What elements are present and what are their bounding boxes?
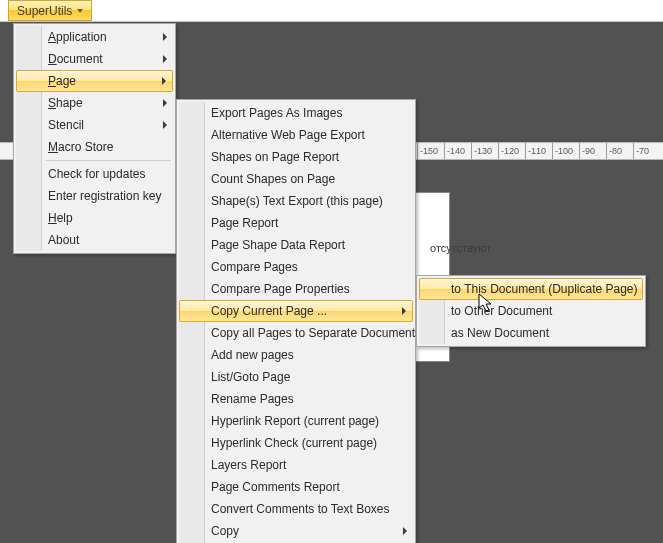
menu-item-macro-store[interactable]: Macro Store xyxy=(16,136,173,158)
chevron-down-icon xyxy=(77,9,83,13)
menu-item-label: Convert Comments to Text Boxes xyxy=(211,502,390,516)
menu-item-export-pages-as-images[interactable]: Export Pages As Images xyxy=(179,102,413,124)
menu-item-copy[interactable]: Copy xyxy=(179,520,413,542)
menu-item-list-goto-page[interactable]: List/Goto Page xyxy=(179,366,413,388)
page-submenu: Export Pages As ImagesAlternative Web Pa… xyxy=(176,99,416,543)
menu-item-label: Shape(s) Text Export (this page) xyxy=(211,194,383,208)
menu-item-count-shapes-on-page[interactable]: Count Shapes on Page xyxy=(179,168,413,190)
menu-separator xyxy=(46,160,171,161)
ruler-tick: -140 xyxy=(444,143,471,159)
menu-item-check-for-updates[interactable]: Check for updates xyxy=(16,163,173,185)
menu-item-hyperlink-report-current-page[interactable]: Hyperlink Report (current page) xyxy=(179,410,413,432)
menu-item-layers-report[interactable]: Layers Report xyxy=(179,454,413,476)
submenu-arrow-icon xyxy=(403,527,407,535)
menu-item-rename-pages[interactable]: Rename Pages xyxy=(179,388,413,410)
menu-item-label: About xyxy=(48,233,79,247)
menu-item-help[interactable]: Help xyxy=(16,207,173,229)
menu-item-copy-current-page[interactable]: Copy Current Page ... xyxy=(179,300,413,322)
menu-item-label: List/Goto Page xyxy=(211,370,290,384)
menu-item-label: Shapes on Page Report xyxy=(211,150,339,164)
menu-item-as-new-document[interactable]: as New Document xyxy=(419,322,643,344)
menu-item-alternative-web-page-export[interactable]: Alternative Web Page Export xyxy=(179,124,413,146)
menu-item-label: Check for updates xyxy=(48,167,145,181)
menu-item-page-report[interactable]: Page Report xyxy=(179,212,413,234)
submenu-arrow-icon xyxy=(162,77,166,85)
menu-item-label: Enter registration key xyxy=(48,189,161,203)
status-text: отсутствуют xyxy=(430,242,491,254)
menu-item-label: Copy all Pages to Separate Documents xyxy=(211,326,421,340)
submenu-arrow-icon xyxy=(163,33,167,41)
menu-item-label: Count Shapes on Page xyxy=(211,172,335,186)
menu-item-label: as New Document xyxy=(451,326,549,340)
menu-item-compare-page-properties[interactable]: Compare Page Properties xyxy=(179,278,413,300)
menu-item-label: Stencil xyxy=(48,118,84,132)
menu-item-label: Page Report xyxy=(211,216,278,230)
menu-item-label: Page Shape Data Report xyxy=(211,238,345,252)
menu-item-label: Macro Store xyxy=(48,140,113,154)
menu-item-add-new-pages[interactable]: Add new pages xyxy=(179,344,413,366)
menu-item-page-comments-report[interactable]: Page Comments Report xyxy=(179,476,413,498)
submenu-arrow-icon xyxy=(402,307,406,315)
copy-current-page-submenu: to This Document (Duplicate Page)to Othe… xyxy=(416,275,646,347)
menu-item-label: to This Document (Duplicate Page) xyxy=(451,282,638,296)
ruler-tick: -110 xyxy=(525,143,552,159)
ruler-tick: -120 xyxy=(498,143,525,159)
submenu-arrow-icon xyxy=(163,121,167,129)
menu-item-shape-s-text-export-this-page[interactable]: Shape(s) Text Export (this page) xyxy=(179,190,413,212)
menu-item-label: Hyperlink Check (current page) xyxy=(211,436,377,450)
menu-item-to-this-document-duplicate-page[interactable]: to This Document (Duplicate Page) xyxy=(419,278,643,300)
ruler-tick: -100 xyxy=(552,143,579,159)
superutils-main-menu: ApplicationDocumentPageShapeStencilMacro… xyxy=(13,23,176,254)
menu-item-hyperlink-check-current-page[interactable]: Hyperlink Check (current page) xyxy=(179,432,413,454)
menu-item-copy-all-pages-to-separate-documents[interactable]: Copy all Pages to Separate Documents xyxy=(179,322,413,344)
ruler-tick: -90 xyxy=(579,143,606,159)
menu-item-label: Copy Current Page ... xyxy=(211,304,327,318)
menu-item-to-other-document[interactable]: to Other Document xyxy=(419,300,643,322)
menu-item-label: Export Pages As Images xyxy=(211,106,342,120)
menu-item-compare-pages[interactable]: Compare Pages xyxy=(179,256,413,278)
menu-item-label: Document xyxy=(48,52,103,66)
submenu-arrow-icon xyxy=(163,99,167,107)
ruler-tick: -80 xyxy=(606,143,633,159)
menu-item-enter-registration-key[interactable]: Enter registration key xyxy=(16,185,173,207)
menu-item-shape[interactable]: Shape xyxy=(16,92,173,114)
menu-item-label: Rename Pages xyxy=(211,392,294,406)
ruler-tick: -70 xyxy=(633,143,660,159)
menu-item-label: Page Comments Report xyxy=(211,480,340,494)
menu-item-label: Help xyxy=(48,211,73,225)
menu-item-about[interactable]: About xyxy=(16,229,173,251)
menu-item-page-shape-data-report[interactable]: Page Shape Data Report xyxy=(179,234,413,256)
menu-item-label: Application xyxy=(48,30,107,44)
menu-item-label: to Other Document xyxy=(451,304,552,318)
submenu-arrow-icon xyxy=(163,55,167,63)
menu-item-page[interactable]: Page xyxy=(16,70,173,92)
menu-item-label: Compare Page Properties xyxy=(211,282,350,296)
menu-item-convert-comments-to-text-boxes[interactable]: Convert Comments to Text Boxes xyxy=(179,498,413,520)
ruler-tick: -150 xyxy=(417,143,444,159)
menu-item-label: Add new pages xyxy=(211,348,294,362)
ribbon-button-label: SuperUtils xyxy=(17,4,72,18)
menu-item-label: Alternative Web Page Export xyxy=(211,128,365,142)
superutils-ribbon-button[interactable]: SuperUtils xyxy=(8,0,92,21)
menu-item-label: Layers Report xyxy=(211,458,286,472)
menu-item-application[interactable]: Application xyxy=(16,26,173,48)
menu-item-document[interactable]: Document xyxy=(16,48,173,70)
menu-item-label: Page xyxy=(48,74,76,88)
menu-item-label: Compare Pages xyxy=(211,260,298,274)
menu-item-shapes-on-page-report[interactable]: Shapes on Page Report xyxy=(179,146,413,168)
menu-item-stencil[interactable]: Stencil xyxy=(16,114,173,136)
ruler-tick: -130 xyxy=(471,143,498,159)
menu-item-label: Shape xyxy=(48,96,83,110)
ribbon-bar: SuperUtils xyxy=(0,0,663,22)
menu-item-label: Hyperlink Report (current page) xyxy=(211,414,379,428)
menu-item-label: Copy xyxy=(211,524,239,538)
